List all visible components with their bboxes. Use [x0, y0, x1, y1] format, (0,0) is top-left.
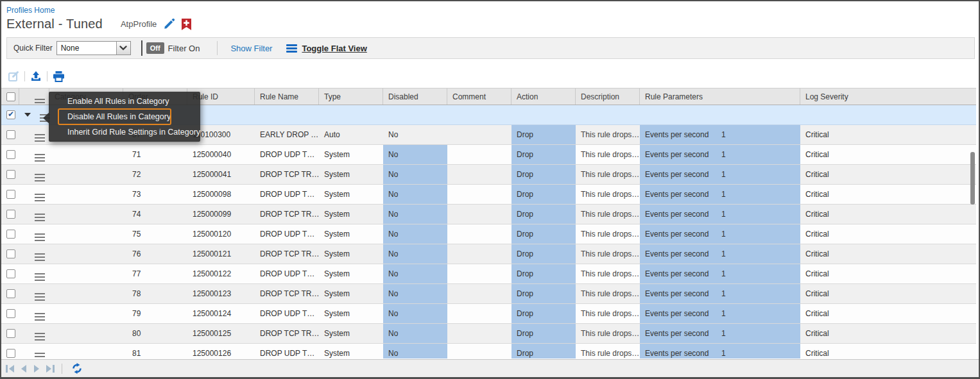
print-icon[interactable]	[53, 71, 65, 82]
checkbox-icon[interactable]	[6, 249, 15, 258]
cell-rule-parameters[interactable]: Events per second 1	[640, 284, 800, 303]
checkbox-checked-icon[interactable]	[6, 110, 15, 119]
cell-action[interactable]: Drop	[511, 185, 576, 204]
cell-rule-parameters[interactable]: Events per second 1	[640, 165, 800, 184]
table-row[interactable]: 74 125000099 DROP TCP TR… System No Drop…	[1, 205, 976, 224]
hamburger-icon[interactable]	[35, 194, 45, 195]
breadcrumb-profiles-home[interactable]: Profiles Home	[6, 6, 55, 15]
param-value[interactable]: 1	[721, 145, 726, 164]
cell-rule-parameters[interactable]: Events per second 1	[640, 344, 800, 358]
table-row[interactable]: 76 125000121 DROP TCP TR… System No Drop…	[1, 244, 976, 264]
cell-comment[interactable]	[447, 264, 511, 283]
col-header-description[interactable]: Description	[576, 88, 640, 105]
cell-action[interactable]: Drop	[511, 244, 576, 264]
cell-action[interactable]: Drop	[511, 284, 576, 303]
table-row[interactable]: 71 125000040 DROP UDP T… System No Drop …	[1, 145, 976, 165]
cell-action[interactable]: Drop	[511, 264, 576, 283]
param-value[interactable]: 1	[721, 344, 726, 358]
upload-icon[interactable]	[30, 71, 42, 82]
table-row[interactable]: 78 125000123 DROP TCP TR… System No Drop…	[1, 284, 976, 304]
cell-disabled[interactable]: No	[383, 324, 447, 343]
cell-rule-parameters[interactable]: Events per second 1	[640, 125, 800, 144]
param-value[interactable]: 1	[721, 244, 726, 264]
table-row[interactable]: 79 125000124 DROP UDP T… System No Drop …	[1, 304, 976, 324]
param-value[interactable]: 1	[721, 165, 726, 184]
cell-comment[interactable]	[447, 224, 511, 244]
hamburger-icon[interactable]	[35, 233, 45, 235]
checkbox-icon[interactable]	[6, 230, 15, 239]
cell-action[interactable]: Drop	[511, 125, 576, 144]
param-value[interactable]: 1	[721, 264, 726, 283]
select-all-checkbox[interactable]	[1, 88, 19, 105]
vertical-scrollbar-thumb[interactable]	[970, 152, 975, 205]
header-menu-cell[interactable]	[19, 88, 49, 105]
hamburger-icon[interactable]	[35, 273, 45, 274]
param-value[interactable]: 1	[721, 205, 726, 224]
col-header-log-severity[interactable]: Log Severity	[800, 88, 976, 105]
next-page-icon[interactable]	[32, 364, 41, 373]
hamburger-icon[interactable]	[35, 353, 45, 354]
hamburger-icon[interactable]	[35, 313, 45, 314]
table-row[interactable]: 77 125000122 DROP UDP T… System No Drop …	[1, 264, 976, 284]
hamburger-icon[interactable]	[35, 99, 45, 100]
toggle-flat-view-link[interactable]: Toggle Flat View	[302, 44, 366, 53]
param-value[interactable]: 1	[721, 224, 726, 244]
cell-rule-parameters[interactable]: Events per second 1	[640, 185, 800, 204]
hamburger-icon[interactable]	[35, 214, 45, 215]
last-page-icon[interactable]	[45, 364, 55, 373]
checkbox-icon[interactable]	[6, 170, 15, 179]
cell-action[interactable]: Drop	[511, 224, 576, 244]
show-filter-link[interactable]: Show Filter	[230, 44, 272, 53]
bookmark-add-icon[interactable]	[182, 19, 191, 30]
param-value[interactable]: 1	[721, 304, 726, 323]
checkbox-icon[interactable]	[6, 349, 15, 358]
cell-rule-parameters[interactable]: Events per second 1	[640, 205, 800, 224]
hamburger-icon[interactable]	[35, 134, 45, 135]
cell-comment[interactable]	[447, 145, 511, 164]
cell-rule-parameters[interactable]: Events per second 1	[640, 304, 800, 323]
checkbox-icon[interactable]	[6, 190, 15, 199]
col-header-disabled[interactable]: Disabled	[383, 88, 447, 105]
col-header-type[interactable]: Type	[319, 88, 383, 105]
cell-action[interactable]: Drop	[511, 145, 576, 164]
cell-rule-parameters[interactable]: Events per second 1	[640, 244, 800, 264]
cell-disabled[interactable]: No	[383, 224, 447, 244]
cell-disabled[interactable]: No	[383, 264, 447, 283]
context-menu-item[interactable]: Inherit Grid Rule Settings in Category	[49, 124, 200, 140]
cell-disabled[interactable]: No	[383, 205, 447, 224]
param-value[interactable]: 1	[721, 324, 726, 343]
cell-action[interactable]: Drop	[511, 304, 576, 323]
cell-comment[interactable]	[447, 284, 511, 303]
cell-comment[interactable]	[447, 205, 511, 224]
table-row[interactable]: 75 125000120 DROP UDP T… System No Drop …	[1, 224, 976, 244]
quick-filter-select[interactable]: None	[56, 41, 131, 55]
cell-disabled[interactable]: No	[383, 185, 447, 204]
cell-disabled[interactable]: No	[383, 244, 447, 264]
cell-rule-parameters[interactable]: Events per second 1	[640, 224, 800, 244]
caret-down-icon[interactable]	[24, 113, 31, 117]
chevron-down-icon[interactable]	[116, 42, 130, 55]
hamburger-icon[interactable]	[35, 154, 45, 155]
hamburger-icon[interactable]	[35, 174, 45, 175]
edit-icon[interactable]	[8, 71, 19, 82]
checkbox-icon[interactable]	[6, 269, 15, 278]
context-menu-item[interactable]: Disable All Rules in Category	[49, 109, 200, 124]
cell-disabled[interactable]: No	[383, 304, 447, 323]
cell-rule-parameters[interactable]: Events per second 1	[640, 324, 800, 343]
checkbox-icon[interactable]	[6, 329, 15, 338]
cell-comment[interactable]	[447, 125, 511, 144]
hamburger-icon[interactable]	[35, 293, 45, 294]
cell-disabled[interactable]: No	[383, 344, 447, 358]
cell-action[interactable]: Drop	[511, 165, 576, 184]
col-header-rule-name[interactable]: Rule Name	[255, 88, 319, 105]
param-value[interactable]: 1	[721, 284, 726, 303]
cell-comment[interactable]	[447, 324, 511, 343]
cell-rule-parameters[interactable]: Events per second 1	[640, 264, 800, 283]
cell-comment[interactable]	[447, 185, 511, 204]
checkbox-icon[interactable]	[6, 92, 15, 101]
cell-disabled[interactable]: No	[383, 165, 447, 184]
flat-view-icon[interactable]	[286, 44, 297, 53]
hamburger-icon[interactable]	[35, 333, 45, 334]
cell-comment[interactable]	[447, 244, 511, 264]
first-page-icon[interactable]	[5, 364, 15, 373]
